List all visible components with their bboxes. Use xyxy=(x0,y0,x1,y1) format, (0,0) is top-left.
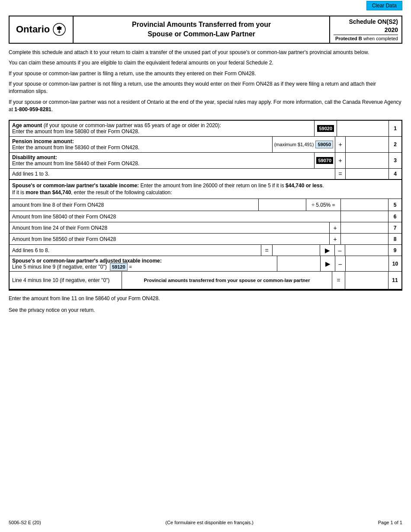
line-11-label: Line 4 minus line 10 (if negative, enter… xyxy=(10,272,122,289)
line-3-code-cell: 59070 xyxy=(314,153,335,168)
footer-note2: See the privacy notice on your return. xyxy=(9,307,402,314)
line-6-row: Amount from line 58040 of their Form ON4… xyxy=(10,211,401,222)
footer-notes-section: Enter the amount from line 11 on line 58… xyxy=(9,295,402,314)
line-5-input-right xyxy=(341,199,389,211)
intro-para3: If your spouse or common-law partner is … xyxy=(9,70,402,77)
line-2-operator: + xyxy=(335,137,345,152)
line-11-title: Provincial amounts transferred from your… xyxy=(122,272,332,289)
line-10-code: 59120 xyxy=(110,263,128,271)
line-8-label: Amount from line 58560 of their Form ON4… xyxy=(10,234,330,244)
line-2-label: Pension income amount: Enter the amount … xyxy=(10,137,272,152)
line-5-input-left xyxy=(259,199,306,211)
line-5-number: 5 xyxy=(389,199,401,211)
line-6-number: 6 xyxy=(389,211,401,222)
line-10-arrow: ▶ xyxy=(320,256,335,271)
line-10-input-a[interactable] xyxy=(277,258,318,269)
page-number: Page 1 of 1 xyxy=(378,520,402,525)
line-10-number: 10 xyxy=(389,256,401,271)
line-6-input-field[interactable] xyxy=(341,212,386,221)
line-5-input-a[interactable] xyxy=(259,200,304,210)
french-note: (Ce formulaire est disponible en françai… xyxy=(165,520,254,525)
ontario-logo-cell: Ontario xyxy=(10,16,74,43)
schedule-label: Schedule ON(S2) xyxy=(334,18,398,25)
intro-para1: Complete this schedule and attach it to … xyxy=(9,49,402,56)
line-3-number: 3 xyxy=(389,153,401,168)
intro-para2: You can claim these amounts if you are e… xyxy=(9,59,402,67)
line-6-label: Amount from line 58040 of their Form ON4… xyxy=(10,211,341,222)
line-5-divop: ÷ 5.05% = xyxy=(306,199,341,211)
line-8-row: Amount from line 58560 of their Form ON4… xyxy=(10,234,401,245)
line-5-row: amount from line 8 of their Form ON428 ÷… xyxy=(10,199,401,211)
line-9-input-a[interactable] xyxy=(273,246,318,255)
line-10-input-left xyxy=(277,256,320,271)
form-number: 5006-S2 E (20) xyxy=(9,520,41,525)
line-4-input[interactable] xyxy=(346,169,387,179)
line-2-input[interactable] xyxy=(346,139,387,150)
line-7-label: Amount from line 24 of their Form ON428 xyxy=(10,222,330,233)
line-9-row: Add lines 6 to 8. = ▶ – 9 xyxy=(10,245,401,256)
line-9-arrow: ▶ xyxy=(320,245,335,256)
ontario-trillium-icon xyxy=(52,22,66,36)
line-3-row: Disability amount: Enter the amount from… xyxy=(10,153,401,169)
line-2-code: 59050 xyxy=(315,141,333,148)
line-9-input-right xyxy=(345,245,389,256)
line-2-input-cell xyxy=(345,137,389,152)
line-11-row: Line 4 minus line 10 (if negative, enter… xyxy=(10,272,401,290)
schedule-year: 2020 xyxy=(334,26,398,33)
line-7-number: 7 xyxy=(389,222,401,233)
footer-note1: Enter the amount from line 11 on line 58… xyxy=(9,295,402,302)
line-11-number: 11 xyxy=(389,272,401,289)
form-title: Provincial Amounts Transferred from your… xyxy=(132,20,271,39)
form-header: Ontario Provincial Amounts Transferred f… xyxy=(9,16,402,44)
line-4-input-cell xyxy=(345,169,389,179)
line-10-input-right xyxy=(345,256,389,271)
line-10-row: Spouse's or common-law partner's adjuste… xyxy=(10,256,401,272)
line-5-label: amount from line 8 of their Form ON428 xyxy=(10,199,259,211)
line-11-input[interactable] xyxy=(345,273,386,288)
line-5-input-b[interactable] xyxy=(341,200,386,210)
line-9-label: Add lines 6 to 8. xyxy=(10,245,261,256)
page-footer: 5006-S2 E (20) (Ce formulaire est dispon… xyxy=(9,520,402,525)
line-11-eq: = xyxy=(332,272,345,289)
line-1-input-cell xyxy=(337,121,389,136)
line-4-operator: = xyxy=(335,169,345,179)
line-10-op2: – xyxy=(335,256,345,271)
line-3-label: Disability amount: Enter the amount from… xyxy=(10,153,314,168)
line-2-number: 2 xyxy=(389,137,401,152)
line-4-number: 4 xyxy=(389,169,401,179)
line-9-input-left xyxy=(273,245,320,256)
form-table: Age amount (if your spouse or common-law… xyxy=(9,120,402,291)
line-1-row: Age amount (if your spouse or common-law… xyxy=(10,121,401,137)
line-10-label: Spouse's or common-law partner's adjuste… xyxy=(10,256,277,271)
line-3-input[interactable] xyxy=(346,155,387,166)
line-9-number: 9 xyxy=(389,245,401,256)
line-8-input-field[interactable] xyxy=(341,235,386,244)
line-1-number: 1 xyxy=(389,121,401,136)
line-9-input-b[interactable] xyxy=(345,246,386,255)
form-title-cell: Provincial Amounts Transferred from your… xyxy=(74,16,330,43)
line-1-input[interactable] xyxy=(337,123,387,134)
line-7-input-field[interactable] xyxy=(341,224,386,232)
line-10-input-b[interactable] xyxy=(346,258,387,269)
line-4-row: Add lines 1 to 3. = 4 xyxy=(10,169,401,180)
line-8-input xyxy=(341,234,389,244)
line-1-code: 59020 xyxy=(317,125,334,132)
line-7-row: Amount from line 24 of their Form ON428 … xyxy=(10,222,401,234)
spouse-section-header: Spouse's or common-law partner's taxable… xyxy=(10,180,401,199)
line-9-eq: = xyxy=(261,245,273,256)
intro-para4: If your spouse or common-law partner is … xyxy=(9,80,402,96)
line-1-code-cell: 59020 xyxy=(314,121,337,136)
line-7-input xyxy=(341,222,389,233)
clear-data-button[interactable]: Clear Data xyxy=(366,1,402,10)
line-8-operator: + xyxy=(330,234,341,244)
line-2-row: Pension income amount: Enter the amount … xyxy=(10,137,401,153)
ontario-wordmark: Ontario xyxy=(16,22,66,36)
form-schedule-info: Schedule ON(S2) 2020 Protected BProtecte… xyxy=(330,16,401,43)
line-9-op2: – xyxy=(335,245,345,256)
intro-para5: If your spouse or common-law partner was… xyxy=(9,99,402,114)
intro-section: Complete this schedule and attach it to … xyxy=(9,49,402,114)
line-7-operator: + xyxy=(330,222,341,233)
line-2-max-code: (maximum $1,491) 59050 xyxy=(272,137,335,152)
line-3-operator: + xyxy=(335,153,345,168)
line-1-label: Age amount (if your spouse or common-law… xyxy=(10,121,314,136)
